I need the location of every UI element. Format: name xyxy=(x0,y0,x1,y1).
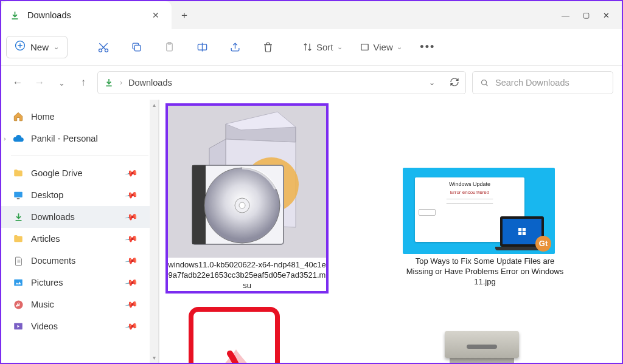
recent-button[interactable]: ⌄ xyxy=(54,78,69,88)
sidebar-separator xyxy=(11,156,148,156)
gt-badge-icon: Gt xyxy=(535,236,551,252)
home-icon xyxy=(12,111,24,123)
pin-icon[interactable]: 📌 xyxy=(124,276,138,290)
svg-rect-23 xyxy=(518,228,521,231)
pin-icon[interactable]: 📌 xyxy=(124,254,138,268)
sidebar-item-articles[interactable]: Articles 📌 xyxy=(1,228,158,250)
download-icon xyxy=(12,211,24,223)
sidebar-item-downloads[interactable]: Downloads 📌 xyxy=(1,206,158,228)
file-name: windows11.0-kb5020622-x64-ndp481_40c1e9a… xyxy=(168,260,326,291)
view-button[interactable]: View ⌄ xyxy=(352,42,409,52)
refresh-button[interactable] xyxy=(450,77,459,89)
sidebar-scrollbar[interactable]: ▴ ▾ xyxy=(150,100,158,363)
share-button[interactable] xyxy=(220,34,250,61)
search-input[interactable]: Search Downloads xyxy=(472,71,613,94)
sidebar-item-home[interactable]: Home xyxy=(1,106,158,128)
address-chevron-icon[interactable]: ⌄ xyxy=(429,78,435,87)
up-button[interactable]: ↑ xyxy=(75,77,91,89)
sidebar-item-documents[interactable]: Documents 📌 xyxy=(1,250,158,272)
file-item-jpg[interactable]: Windows Update Error encountered ───────… xyxy=(403,168,567,287)
sort-button[interactable]: Sort ⌄ xyxy=(295,42,350,52)
file-item-msu[interactable]: ✓ xyxy=(165,103,329,294)
pin-icon[interactable]: 📌 xyxy=(124,188,138,202)
address-bar[interactable]: › Downloads ⌄ xyxy=(97,71,466,94)
sidebar-item-label: Videos xyxy=(31,321,58,331)
sort-label: Sort xyxy=(316,42,333,52)
pin-icon[interactable]: 📌 xyxy=(124,167,138,180)
delete-button[interactable] xyxy=(252,34,283,61)
music-icon xyxy=(12,298,24,311)
tab-downloads[interactable]: Downloads ✕ xyxy=(1,1,172,29)
close-tab-button[interactable]: ✕ xyxy=(148,8,163,22)
file-item-cabinet[interactable] xyxy=(436,331,534,363)
sidebar-item-desktop[interactable]: Desktop 📌 xyxy=(1,184,158,206)
svg-rect-7 xyxy=(361,44,367,50)
svg-point-8 xyxy=(482,80,487,84)
sidebar-cloud-label: Pankil - Personal xyxy=(31,134,98,143)
sidebar-item-pictures[interactable]: Pictures 📌 xyxy=(1,272,158,294)
folder-icon xyxy=(12,167,24,179)
close-window-button[interactable]: ✕ xyxy=(603,11,610,20)
sidebar-item-label: Desktop xyxy=(31,190,63,200)
copy-button[interactable] xyxy=(121,34,151,61)
file-item-pdf[interactable] xyxy=(189,307,280,363)
installer-icon xyxy=(168,106,326,258)
search-icon xyxy=(480,78,489,88)
new-tab-button[interactable]: ＋ xyxy=(172,2,197,28)
search-placeholder: Search Downloads xyxy=(495,78,569,88)
folder-icon xyxy=(12,233,24,245)
cut-button[interactable] xyxy=(88,34,119,61)
sidebar-item-label: Articles xyxy=(31,234,60,244)
maximize-button[interactable]: ▢ xyxy=(583,11,590,19)
scroll-up-icon[interactable]: ▴ xyxy=(153,101,156,108)
svg-marker-16 xyxy=(226,112,296,130)
new-button[interactable]: New ⌄ xyxy=(6,36,68,58)
sidebar-item-label: Music xyxy=(31,300,54,309)
sort-icon xyxy=(302,42,313,52)
pin-icon[interactable]: 📌 xyxy=(124,298,138,312)
minimize-button[interactable]: — xyxy=(562,11,569,20)
chevron-right-icon[interactable]: › xyxy=(4,135,6,142)
thumb-title: Windows Update xyxy=(419,181,521,188)
sidebar-item-music[interactable]: Music 📌 xyxy=(1,294,158,315)
sidebar-home-label: Home xyxy=(31,112,55,122)
window-controls: — ▢ ✕ xyxy=(562,11,622,20)
new-button-label: New xyxy=(30,42,49,52)
svg-rect-9 xyxy=(14,192,23,197)
pdf-icon xyxy=(212,343,260,363)
svg-rect-25 xyxy=(518,232,521,235)
svg-rect-26 xyxy=(523,232,526,235)
chevron-down-icon: ⌄ xyxy=(54,43,59,51)
title-bar: Downloads ✕ ＋ — ▢ ✕ xyxy=(1,1,622,29)
document-icon xyxy=(12,255,24,267)
view-label: View xyxy=(374,42,393,52)
sidebar-item-label: Google Drive xyxy=(31,168,83,178)
sidebar: Home › Pankil - Personal Google Drive 📌 … xyxy=(1,100,159,363)
forward-button: → xyxy=(32,77,47,89)
download-icon xyxy=(10,10,20,21)
tab-title: Downloads xyxy=(27,10,71,20)
pin-icon[interactable]: 📌 xyxy=(124,232,138,246)
back-button[interactable]: ← xyxy=(10,77,26,89)
paste-button xyxy=(154,34,184,61)
sidebar-item-videos[interactable]: Videos 📌 xyxy=(1,315,158,337)
breadcrumb-sep: › xyxy=(120,78,122,87)
sidebar-item-onedrive[interactable]: › Pankil - Personal xyxy=(1,128,158,149)
toolbar: New ⌄ Sort ⌄ View ⌄ ••• xyxy=(1,29,622,66)
rename-button[interactable] xyxy=(187,34,217,61)
view-icon xyxy=(360,42,370,52)
sidebar-item-label: Pictures xyxy=(31,278,63,287)
cloud-icon xyxy=(12,132,24,145)
svg-rect-10 xyxy=(14,280,23,286)
file-name: Top Ways to Fix Some Update Files are Mi… xyxy=(403,256,567,287)
address-path: Downloads xyxy=(128,78,172,88)
more-button[interactable]: ••• xyxy=(412,34,444,61)
svg-point-22 xyxy=(239,202,245,208)
scroll-down-icon[interactable]: ▾ xyxy=(153,354,156,361)
download-icon xyxy=(104,78,114,88)
pin-icon[interactable]: 📌 xyxy=(124,320,138,334)
sidebar-item-google-drive[interactable]: Google Drive 📌 xyxy=(1,162,158,184)
file-pane: ✓ xyxy=(159,100,622,363)
image-thumbnail: Windows Update Error encountered ───────… xyxy=(403,168,555,254)
pin-icon[interactable]: 📌 xyxy=(124,210,138,224)
